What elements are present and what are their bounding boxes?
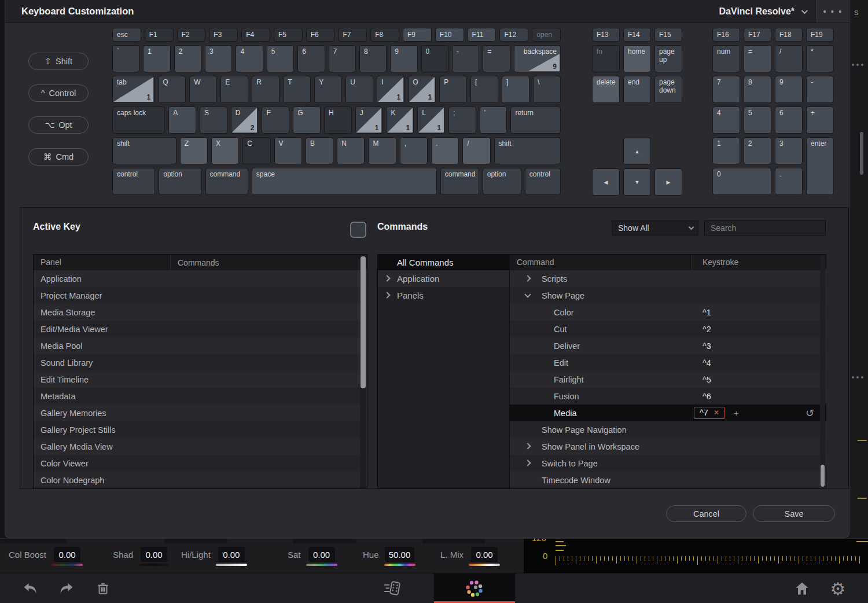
search-input[interactable] <box>704 220 826 236</box>
key-num[interactable]: num <box>712 45 740 72</box>
key-control[interactable]: control <box>525 168 561 195</box>
key-f13[interactable]: F13 <box>592 28 620 42</box>
command-row-show-panel-in-workspace[interactable]: Show Panel in Workspace <box>510 438 826 455</box>
key-8[interactable]: 8 <box>744 76 771 103</box>
command-row-edit[interactable]: Edit^4 <box>510 354 826 371</box>
key-option[interactable]: option <box>483 168 521 195</box>
active-key-row-metadata[interactable]: Metadata <box>34 388 367 405</box>
key-f8[interactable]: F8 <box>370 28 399 42</box>
key-key[interactable]: ; <box>448 106 476 134</box>
key-f15[interactable]: F15 <box>654 28 682 42</box>
key-key[interactable]: + <box>806 106 834 134</box>
key-esc[interactable]: esc <box>112 28 141 42</box>
key-9[interactable]: 9 <box>775 76 803 103</box>
key-key[interactable]: - <box>452 45 479 72</box>
key-2[interactable]: 2 <box>744 137 771 164</box>
key-tab[interactable]: tab1 <box>112 76 155 103</box>
key-key[interactable]: ` <box>112 45 139 72</box>
key-space[interactable]: space <box>252 168 437 195</box>
key-arrow-up[interactable]: ▲ <box>623 138 651 165</box>
command-row-deliver[interactable]: Deliver^3 <box>510 337 826 354</box>
chevron-right-icon[interactable] <box>384 292 390 298</box>
key-f6[interactable]: F6 <box>306 28 335 42</box>
key-5[interactable]: 5 <box>267 45 294 72</box>
add-keystroke-button[interactable]: + <box>734 408 739 418</box>
key-key[interactable]: . <box>431 137 459 164</box>
key-arrow-right[interactable]: ▶ <box>654 168 682 196</box>
show-all-dropdown[interactable]: Show All <box>612 220 698 236</box>
key-caps-lock[interactable]: caps lock <box>112 106 165 134</box>
command-row-fairlight[interactable]: Fairlight^5 <box>510 371 826 388</box>
key-p[interactable]: P <box>439 76 467 103</box>
key-f2[interactable]: F2 <box>177 28 206 42</box>
clip-speed-icon[interactable] <box>382 578 403 599</box>
nav-item-application[interactable]: Application <box>378 270 509 287</box>
key-f1[interactable]: F1 <box>145 28 174 42</box>
command-row-show-page-navigation[interactable]: Show Page Navigation <box>510 421 826 438</box>
cancel-button[interactable]: Cancel <box>666 505 746 522</box>
key-j[interactable]: J1 <box>355 106 383 134</box>
redo-button[interactable] <box>56 578 77 599</box>
key-k[interactable]: K1 <box>386 106 414 134</box>
key-d[interactable]: D2 <box>231 106 259 134</box>
key-h[interactable]: H <box>324 106 352 134</box>
active-key-row-gallery-project-stills[interactable]: Gallery Project Stills <box>34 421 367 438</box>
command-row-cut[interactable]: Cut^2 <box>510 321 826 337</box>
key-key[interactable]: / <box>775 45 803 72</box>
key-2[interactable]: 2 <box>174 45 201 72</box>
modifier-opt[interactable]: ⌥Opt <box>28 116 89 134</box>
key-command[interactable]: command <box>205 168 248 195</box>
key-1[interactable]: 1 <box>712 137 740 164</box>
key-f11[interactable]: F11 <box>468 28 496 42</box>
key-8[interactable]: 8 <box>359 45 387 72</box>
key-f10[interactable]: F10 <box>435 28 464 42</box>
key-l[interactable]: L1 <box>417 106 445 134</box>
control-value-field[interactable]: 50.00 <box>385 547 415 562</box>
key-enter[interactable]: enter <box>806 137 834 195</box>
active-key-row-media-storage[interactable]: Media Storage <box>34 304 367 321</box>
key-return[interactable]: return <box>510 106 561 134</box>
key-3[interactable]: 3 <box>775 137 803 164</box>
key-v[interactable]: V <box>274 137 302 164</box>
key-5[interactable]: 5 <box>744 106 771 134</box>
key-t[interactable]: T <box>283 76 311 103</box>
key-s[interactable]: S <box>200 106 227 134</box>
key-shift[interactable]: shift <box>494 137 561 164</box>
key-4[interactable]: 4 <box>236 45 263 72</box>
options-menu-button[interactable]: • • • <box>816 0 849 23</box>
key-f18[interactable]: F18 <box>775 28 803 42</box>
key-x[interactable]: X <box>211 137 239 164</box>
key-key[interactable]: = <box>483 45 510 72</box>
key-i[interactable]: I1 <box>377 76 404 103</box>
keystroke-edit-box[interactable]: ^7 ✕ <box>694 407 725 419</box>
key-f16[interactable]: F16 <box>712 28 740 42</box>
nav-item-panels[interactable]: Panels <box>378 287 509 304</box>
key-f3[interactable]: F3 <box>209 28 238 42</box>
background-scrollbar[interactable] <box>860 132 863 175</box>
key-f19[interactable]: F19 <box>806 28 834 42</box>
chevron-down-icon[interactable] <box>524 291 531 297</box>
active-key-row-gallery-memories[interactable]: Gallery Memories <box>34 405 367 421</box>
key-page-up[interactable]: page up <box>654 45 682 72</box>
key-3[interactable]: 3 <box>205 45 232 72</box>
modifier-control[interactable]: ^Control <box>28 84 89 102</box>
key-key[interactable]: - <box>806 76 834 103</box>
save-button[interactable]: Save <box>753 505 835 522</box>
key-r[interactable]: R <box>252 76 279 103</box>
key-key[interactable]: ' <box>480 106 507 134</box>
active-key-scrollbar[interactable] <box>360 255 366 488</box>
preset-selector[interactable]: DaVinci Resolve* <box>709 0 816 23</box>
key-q[interactable]: Q <box>158 76 186 103</box>
key-g[interactable]: G <box>293 106 321 134</box>
control-value-field[interactable]: 0.00 <box>54 547 80 562</box>
key-4[interactable]: 4 <box>712 106 740 134</box>
key-f9[interactable]: F9 <box>403 28 432 42</box>
key-c[interactable]: C <box>242 137 270 164</box>
active-key-row-color-nodegraph[interactable]: Color Nodegraph <box>34 472 367 488</box>
chevron-right-icon[interactable] <box>524 275 531 281</box>
key-key[interactable]: / <box>462 137 490 164</box>
commands-scrollbar[interactable] <box>820 255 825 488</box>
command-row-scripts[interactable]: Scripts <box>510 270 826 287</box>
key-key[interactable]: , <box>400 137 428 164</box>
control-value-field[interactable]: 0.00 <box>308 547 335 562</box>
